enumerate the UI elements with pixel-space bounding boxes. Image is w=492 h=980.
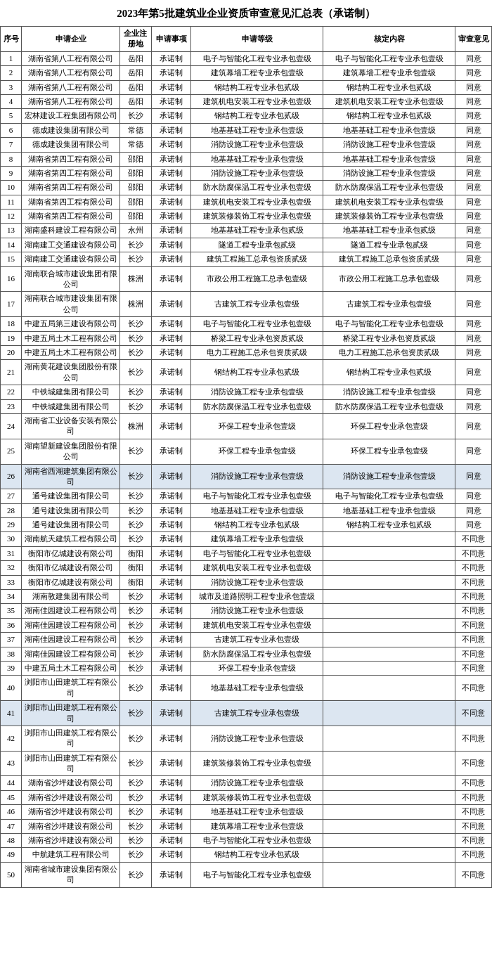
cell-matter: 承诺制: [152, 292, 191, 317]
cell-company: 湖南省第八工程有限公司: [22, 51, 120, 65]
table-row: 44湖南省沙坪建设有限公司长沙承诺制消防设施工程专业承包壹级不同意: [1, 776, 492, 790]
cell-company: 中建五局第三建设有限公司: [22, 317, 120, 331]
cell-level: 钢结构工程专业承包贰级: [190, 109, 323, 123]
cell-company: 湖南联合城市建设集团有限公司: [22, 292, 120, 317]
cell-approved: [323, 834, 455, 848]
cell-level: 地基基础工程专业承包贰级: [190, 224, 323, 238]
col-header-reg: 企业注册地: [119, 27, 151, 52]
cell-opinion: 同意: [455, 66, 492, 80]
cell-approved: 环保工程专业承包壹级: [323, 439, 455, 464]
cell-company: 湖南省西湖建筑集团有限公司: [22, 464, 120, 489]
cell-no: 19: [1, 331, 22, 345]
cell-matter: 承诺制: [152, 862, 191, 887]
cell-company: 通号建设集团有限公司: [22, 518, 120, 532]
cell-matter: 承诺制: [152, 181, 191, 195]
table-row: 45湖南省沙坪建设有限公司长沙承诺制建筑装修装饰工程专业承包壹级不同意: [1, 790, 492, 804]
cell-reg: 长沙: [119, 252, 151, 266]
cell-matter: 承诺制: [152, 546, 191, 560]
table-row: 27通号建设集团有限公司长沙承诺制电子与智能化工程专业承包壹级电子与智能化工程专…: [1, 489, 492, 503]
table-row: 19中建五局土木工程有限公司长沙承诺制桥梁工程专业承包资质贰级桥梁工程专业承包资…: [1, 331, 492, 345]
table-row: 37湖南佳园建设工程有限公司长沙承诺制古建筑工程专业承包壹级不同意: [1, 633, 492, 647]
cell-approved: 市政公用工程施工总承包壹级: [323, 266, 455, 292]
cell-reg: 长沙: [119, 317, 151, 331]
cell-matter: 承诺制: [152, 489, 191, 503]
cell-opinion: 不同意: [455, 701, 492, 726]
table-row: 11湖南省第四工程有限公司邵阳承诺制建筑机电安装工程专业承包壹级建筑机电安装工程…: [1, 195, 492, 209]
cell-approved: 防水防腐保温工程专业承包壹级: [323, 399, 455, 413]
table-row: 6德成建设集团有限公司常德承诺制地基基础工程专业承包壹级地基基础工程专业承包壹级…: [1, 123, 492, 137]
cell-approved: [323, 590, 455, 604]
cell-matter: 承诺制: [152, 647, 191, 661]
cell-reg: 长沙: [119, 518, 151, 532]
cell-no: 38: [1, 647, 22, 661]
cell-company: 湖南佳园建设工程有限公司: [22, 647, 120, 661]
cell-company: 中航建筑工程有限公司: [22, 848, 120, 862]
cell-matter: 承诺制: [152, 439, 191, 464]
cell-level: 防水防腐保温工程专业承包壹级: [190, 181, 323, 195]
cell-opinion: 同意: [455, 224, 492, 238]
cell-approved: [323, 604, 455, 618]
cell-reg: 长沙: [119, 399, 151, 413]
cell-matter: 承诺制: [152, 633, 191, 647]
cell-reg: 长沙: [119, 345, 151, 359]
cell-company: 通号建设集团有限公司: [22, 489, 120, 503]
cell-company: 湖南黄花建设集团股份有限公司: [22, 360, 120, 385]
cell-matter: 承诺制: [152, 166, 191, 180]
cell-opinion: 不同意: [455, 575, 492, 589]
cell-approved: [323, 618, 455, 632]
table-row: 42浏阳市山田建筑工程有限公司长沙承诺制消防设施工程专业承包壹级不同意: [1, 726, 492, 751]
cell-no: 8: [1, 152, 22, 166]
cell-no: 1: [1, 51, 22, 65]
cell-approved: 地基基础工程专业承包壹级: [323, 123, 455, 137]
cell-opinion: 同意: [455, 292, 492, 317]
cell-level: 建筑装修装饰工程专业承包壹级: [190, 751, 323, 776]
cell-reg: 株洲: [119, 266, 151, 292]
cell-level: 环保工程专业承包壹级: [190, 661, 323, 675]
cell-level: 建筑装修装饰工程专业承包壹级: [190, 209, 323, 224]
cell-level: 地基基础工程专业承包壹级: [190, 676, 323, 701]
cell-reg: 长沙: [119, 805, 151, 819]
cell-approved: [323, 647, 455, 661]
table-row: 2湖南省第八工程有限公司岳阳承诺制建筑幕墙工程专业承包壹级建筑幕墙工程专业承包壹…: [1, 66, 492, 80]
cell-approved: [323, 805, 455, 819]
cell-no: 29: [1, 518, 22, 532]
cell-no: 47: [1, 819, 22, 833]
cell-reg: 株洲: [119, 292, 151, 317]
cell-reg: 长沙: [119, 109, 151, 123]
cell-reg: 长沙: [119, 676, 151, 701]
table-row: 3湖南省第八工程有限公司岳阳承诺制钢结构工程专业承包贰级钢结构工程专业承包贰级同…: [1, 80, 492, 94]
cell-no: 44: [1, 776, 22, 790]
cell-company: 湖南省沙坪建设有限公司: [22, 819, 120, 833]
cell-reg: 长沙: [119, 439, 151, 464]
cell-no: 33: [1, 575, 22, 589]
cell-opinion: 同意: [455, 252, 492, 266]
cell-level: 建筑机电安装工程专业承包壹级: [190, 618, 323, 632]
cell-opinion: 同意: [455, 345, 492, 359]
cell-reg: 岳阳: [119, 51, 151, 65]
table-row: 15湖南建工交通建设有限公司长沙承诺制建筑工程施工总承包资质贰级建筑工程施工总承…: [1, 252, 492, 266]
cell-level: 建筑装修装饰工程专业承包壹级: [190, 790, 323, 804]
table-row: 13湖南盛科建设工程有限公司永州承诺制地基基础工程专业承包贰级地基基础工程专业承…: [1, 224, 492, 238]
cell-level: 古建筑工程专业承包壹级: [190, 701, 323, 726]
cell-approved: 电子与智能化工程专业承包壹级: [323, 51, 455, 65]
cell-approved: 古建筑工程专业承包壹级: [323, 292, 455, 317]
cell-approved: 建筑机电安装工程专业承包壹级: [323, 94, 455, 108]
cell-no: 5: [1, 109, 22, 123]
cell-opinion: 同意: [455, 518, 492, 532]
cell-company: 湖南省第八工程有限公司: [22, 80, 120, 94]
table-row: 32衡阳市亿城建设有限公司衡阳承诺制建筑机电安装工程专业承包壹级不同意: [1, 561, 492, 575]
cell-level: 电子与智能化工程专业承包壹级: [190, 489, 323, 503]
cell-level: 钢结构工程专业承包贰级: [190, 80, 323, 94]
cell-opinion: 同意: [455, 360, 492, 385]
table-row: 21湖南黄花建设集团股份有限公司长沙承诺制钢结构工程专业承包贰级钢结构工程专业承…: [1, 360, 492, 385]
cell-reg: 长沙: [119, 489, 151, 503]
cell-no: 3: [1, 80, 22, 94]
cell-matter: 承诺制: [152, 661, 191, 675]
cell-no: 46: [1, 805, 22, 819]
cell-no: 6: [1, 123, 22, 137]
cell-reg: 长沙: [119, 647, 151, 661]
cell-no: 13: [1, 224, 22, 238]
cell-matter: 承诺制: [152, 503, 191, 517]
table-row: 20中建五局土木工程有限公司长沙承诺制电力工程施工总承包资质贰级电力工程施工总承…: [1, 345, 492, 359]
cell-company: 湖南省第四工程有限公司: [22, 181, 120, 195]
